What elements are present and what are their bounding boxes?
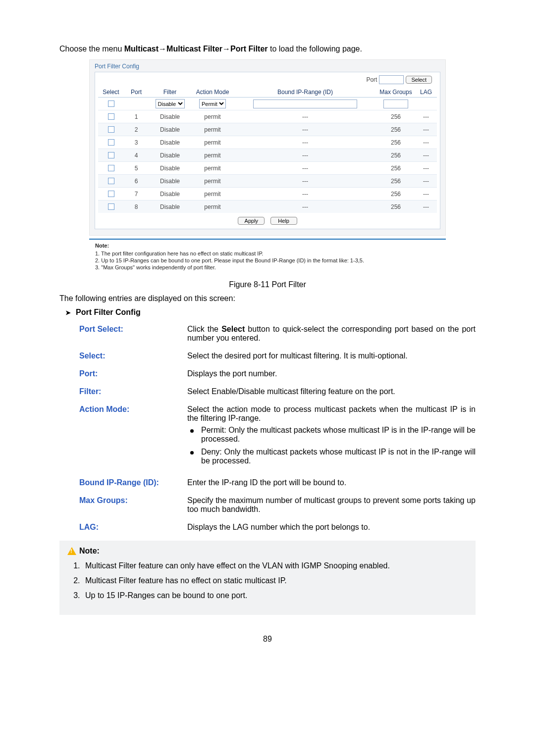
note-box: Note: Multicast Filter feature can only …: [59, 541, 476, 615]
row-action: permit: [191, 149, 234, 162]
max-groups-input[interactable]: [383, 100, 408, 108]
panel-note: Note: 1. The port filter configuration h…: [89, 239, 446, 273]
def-row: Filter:Select Enable/Disable multicast f…: [79, 387, 476, 396]
def-term: Select:: [79, 352, 187, 360]
row-max: 256: [376, 123, 415, 136]
row-lag: ---: [415, 149, 437, 162]
row-checkbox[interactable]: [108, 191, 114, 197]
def-row: Max Groups:Specify the maximum number of…: [79, 496, 476, 514]
row-bound: ---: [234, 162, 376, 175]
def-term: LAG:: [79, 523, 187, 532]
warning-icon: [67, 547, 76, 555]
row-checkbox[interactable]: [108, 113, 114, 120]
row-filter: Disable: [149, 201, 191, 213]
bullet-item: Permit: Only the multicast packets whose…: [201, 426, 476, 444]
row-bound: ---: [234, 201, 376, 213]
row-port: 7: [124, 188, 149, 201]
figure-caption: Figure 8-11 Port Filter: [59, 280, 476, 289]
row-action: permit: [191, 188, 234, 201]
def-body: Click the Select button to quick-select …: [187, 325, 476, 343]
row-bound: ---: [234, 175, 376, 188]
section-heading: Port Filter Config: [65, 308, 476, 317]
table-row: 5Disablepermit---256---: [98, 162, 437, 175]
panel-note-item: 2. Up to 15 IP-Ranges can be bound to on…: [95, 257, 440, 263]
bound-ip-range-input[interactable]: [253, 100, 357, 108]
body-line: The following entries are displayed on t…: [59, 294, 476, 303]
row-bound: ---: [234, 123, 376, 136]
note-item: Multicast Filter feature has no effect o…: [82, 576, 468, 585]
page-number: 89: [59, 635, 476, 644]
col-select: Select: [98, 87, 124, 98]
row-max: 256: [376, 188, 415, 201]
row-checkbox[interactable]: [108, 165, 114, 171]
table-row: 7Disablepermit---256---: [98, 188, 437, 201]
row-port: 3: [124, 136, 149, 149]
row-filter: Disable: [149, 149, 191, 162]
intro-path: Multicast→Multicast Filter→Port Filter: [124, 45, 268, 53]
row-action: permit: [191, 136, 234, 149]
col-bound: Bound IP-Range (ID): [234, 87, 376, 98]
action-select[interactable]: Permit: [199, 99, 226, 108]
help-button[interactable]: Help: [270, 217, 297, 225]
row-action: permit: [191, 175, 234, 188]
config-table: Select Port Filter Action Mode Bound IP-…: [98, 87, 437, 213]
table-row: 4Disablepermit---256---: [98, 149, 437, 162]
row-lag: ---: [415, 136, 437, 149]
table-row: 3Disablepermit---256---: [98, 136, 437, 149]
row-checkbox[interactable]: [108, 139, 114, 146]
def-row: Port Select:Click the Select button to q…: [79, 325, 476, 343]
row-filter: Disable: [149, 175, 191, 188]
apply-button[interactable]: Apply: [238, 217, 265, 225]
table-row: 8Disablepermit---256---: [98, 201, 437, 213]
def-term: Bound IP-Range (ID):: [79, 478, 187, 487]
row-filter: Disable: [149, 123, 191, 136]
row-max: 256: [376, 175, 415, 188]
row-checkbox[interactable]: [108, 178, 114, 184]
def-row: Select:Select the desired port for multi…: [79, 352, 476, 360]
note-heading: Note:: [79, 547, 100, 555]
row-lag: ---: [415, 201, 437, 213]
intro-text: Choose the menu Multicast→Multicast Filt…: [59, 45, 476, 53]
row-bound: ---: [234, 149, 376, 162]
panel-note-item: 1. The port filter configuration here ha…: [95, 251, 440, 256]
row-port: 5: [124, 162, 149, 175]
row-port: 4: [124, 149, 149, 162]
row-bound: ---: [234, 136, 376, 149]
def-term: Port:: [79, 369, 187, 378]
row-max: 256: [376, 136, 415, 149]
port-quickselect-input[interactable]: [379, 75, 404, 84]
row-max: 256: [376, 149, 415, 162]
panel-title: Port Filter Config: [95, 63, 440, 70]
row-checkbox[interactable]: [108, 203, 114, 210]
section-heading-text: Port Filter Config: [76, 308, 141, 317]
row-checkbox[interactable]: [108, 152, 114, 158]
def-body: Displays the port number.: [187, 369, 476, 378]
def-term: Max Groups:: [79, 496, 187, 505]
row-checkbox[interactable]: [108, 126, 114, 133]
filter-select[interactable]: Disable: [156, 99, 185, 108]
def-term: Port Select:: [79, 325, 187, 334]
row-action: permit: [191, 110, 234, 123]
row-lag: ---: [415, 175, 437, 188]
select-button[interactable]: Select: [406, 76, 432, 84]
col-maxgroups: Max Groups: [376, 87, 415, 98]
config-panel: Port Filter Config Port Select Select Po…: [89, 59, 446, 236]
def-body: Enter the IP-rang ID the port will be bo…: [187, 478, 476, 487]
select-all-checkbox[interactable]: [108, 101, 114, 107]
col-action: Action Mode: [191, 87, 234, 98]
note-item: Up to 15 IP-Ranges can be bound to one p…: [82, 591, 468, 600]
panel-body: Port Select Select Port Filter Action Mo…: [95, 72, 440, 229]
row-lag: ---: [415, 123, 437, 136]
table-row: 2Disablepermit---256---: [98, 123, 437, 136]
row-max: 256: [376, 201, 415, 213]
def-body: Specify the maximum number of multicast …: [187, 496, 476, 514]
row-lag: ---: [415, 162, 437, 175]
def-body: Select Enable/Disable multicast filterin…: [187, 387, 476, 396]
row-port: 6: [124, 175, 149, 188]
def-row: LAG:Displays the LAG number which the po…: [79, 523, 476, 532]
row-port: 1: [124, 110, 149, 123]
col-port: Port: [124, 87, 149, 98]
row-bound: ---: [234, 188, 376, 201]
row-max: 256: [376, 110, 415, 123]
row-action: permit: [191, 162, 234, 175]
